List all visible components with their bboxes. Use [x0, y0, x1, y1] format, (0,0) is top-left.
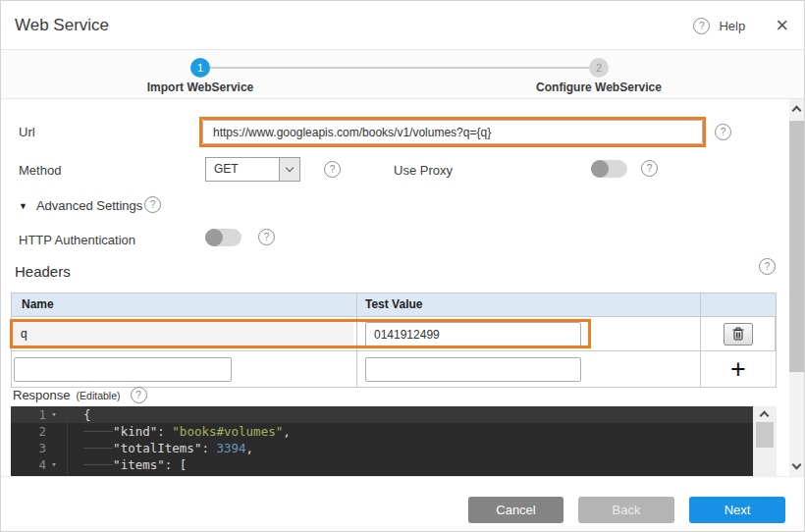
- new-header-test-value-input[interactable]: [365, 357, 581, 382]
- use-proxy-toggle[interactable]: [591, 160, 627, 178]
- headers-table: Name Test Value q: [11, 293, 777, 388]
- header-row-q: q: [12, 316, 776, 350]
- http-auth-label: HTTP Authentication: [19, 233, 135, 247]
- response-editor[interactable]: 1▾{2 "kind": "books#volumes",3 "totalIte…: [11, 406, 777, 476]
- step-1-circle[interactable]: 1: [190, 58, 210, 78]
- main-scrollbar[interactable]: [789, 99, 805, 476]
- code-line: 1▾{: [11, 406, 777, 423]
- url-label: Url: [19, 125, 35, 139]
- code-line: 3 "totalItems": 3394,: [11, 440, 777, 456]
- header-actions-cell: [701, 317, 776, 350]
- main-scrollbar-thumb[interactable]: [789, 121, 805, 372]
- new-actions-cell: +: [701, 351, 776, 387]
- fold-arrow-icon[interactable]: ▾: [46, 406, 62, 423]
- column-header-actions: [701, 293, 776, 316]
- scroll-up-icon[interactable]: [760, 411, 770, 421]
- triangle-down-icon: ▼: [19, 201, 27, 211]
- column-header-name: Name: [12, 293, 357, 316]
- url-help-icon[interactable]: ?: [715, 124, 731, 140]
- titlebar-actions: ? Help ×: [693, 1, 788, 50]
- headers-help-icon[interactable]: ?: [759, 258, 776, 275]
- next-button[interactable]: Next: [689, 497, 785, 523]
- column-header-test-value: Test Value: [357, 293, 701, 316]
- new-name-cell: [12, 351, 357, 387]
- footer-bar: Cancel Back Next: [1, 476, 804, 532]
- response-label-row: Response (Editable) ?: [13, 387, 147, 403]
- advanced-settings-help-icon[interactable]: ?: [144, 196, 161, 213]
- response-help-icon[interactable]: ?: [131, 387, 147, 403]
- wizard-stepper: 1 Import WebService 2 Configure WebServi…: [1, 50, 804, 99]
- scroll-down-icon[interactable]: [792, 460, 802, 470]
- advanced-settings-label: Advanced Settings: [36, 198, 142, 213]
- use-proxy-help-icon[interactable]: ?: [641, 160, 658, 177]
- header-test-value-input[interactable]: [365, 322, 581, 346]
- advanced-settings-toggle[interactable]: ▼ Advanced Settings: [19, 198, 142, 213]
- editor-scrollbar[interactable]: [753, 406, 777, 476]
- fold-spacer: [46, 423, 62, 440]
- title-bar: Web Service ? Help ×: [1, 1, 804, 50]
- response-editor-lines: 1▾{2 "kind": "books#volumes",3 "totalIte…: [11, 406, 777, 476]
- step-2-label: Configure WebService: [520, 80, 677, 94]
- step-1-label: Import WebService: [122, 80, 279, 94]
- line-number: 3: [11, 440, 46, 456]
- dialog-title: Web Service: [15, 1, 109, 50]
- method-help-icon[interactable]: ?: [324, 161, 341, 178]
- header-row-new: +: [12, 350, 776, 387]
- headers-table-header-row: Name Test Value: [12, 293, 776, 316]
- new-header-name-input[interactable]: [14, 357, 232, 382]
- code-line: 2 "kind": "books#volumes",: [11, 423, 777, 440]
- web-service-dialog: Web Service ? Help × 1 Import WebService…: [0, 0, 805, 532]
- url-input[interactable]: [202, 120, 703, 144]
- add-row-button[interactable]: +: [730, 359, 746, 379]
- url-highlight-box: [199, 117, 706, 147]
- chevron-down-icon[interactable]: [279, 158, 299, 181]
- method-label: Method: [19, 163, 61, 178]
- headers-section-title: Headers: [15, 263, 71, 280]
- use-proxy-label: Use Proxy: [394, 163, 453, 178]
- back-button[interactable]: Back: [578, 497, 674, 523]
- close-icon[interactable]: ×: [776, 17, 788, 34]
- method-select-value: GET: [206, 158, 279, 181]
- step-connector-line: [210, 67, 589, 69]
- code-line: 4▾ "items": [: [11, 456, 777, 473]
- fold-spacer: [46, 440, 62, 456]
- line-number: 2: [11, 423, 46, 440]
- response-editable-label: (Editable): [77, 390, 121, 401]
- editor-scrollbar-thumb[interactable]: [756, 422, 774, 448]
- line-number: 1: [11, 406, 46, 423]
- cancel-button[interactable]: Cancel: [468, 497, 564, 523]
- header-name-cell[interactable]: q: [12, 317, 357, 350]
- step-2-circle[interactable]: 2: [589, 58, 609, 78]
- fold-arrow-icon[interactable]: ▾: [46, 456, 62, 473]
- method-select[interactable]: GET: [205, 157, 300, 182]
- new-test-value-cell: [357, 351, 701, 387]
- http-auth-toggle[interactable]: [205, 229, 242, 246]
- help-icon[interactable]: ?: [693, 18, 710, 34]
- header-test-value-cell: [357, 317, 701, 350]
- help-link[interactable]: Help: [719, 19, 745, 33]
- scroll-up-icon[interactable]: [792, 106, 802, 116]
- delete-row-button[interactable]: [724, 323, 753, 346]
- response-label: Response: [13, 388, 71, 402]
- http-auth-help-icon[interactable]: ?: [258, 229, 275, 245]
- header-name-value[interactable]: q: [13, 321, 353, 347]
- line-number: 4: [11, 456, 46, 473]
- trash-icon: [732, 327, 744, 341]
